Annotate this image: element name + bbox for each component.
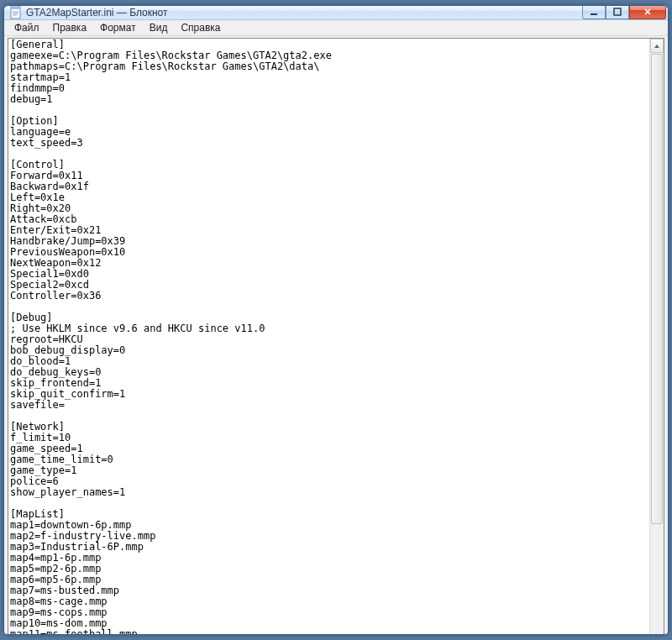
- menu-help[interactable]: Справка: [174, 20, 227, 35]
- app-window: GTA2MapStarter.ini — Блокнот Файл Правка…: [3, 5, 669, 635]
- window-title: GTA2MapStarter.ini — Блокнот: [26, 7, 582, 18]
- menu-bar: Файл Правка Формат Вид Справка: [4, 20, 668, 36]
- maximize-button[interactable]: [606, 5, 629, 19]
- window-controls: [582, 5, 666, 19]
- text-editor[interactable]: [General] gameexe=C:\Program Files\Rocks…: [8, 39, 649, 635]
- svg-rect-5: [591, 13, 597, 15]
- close-button[interactable]: [629, 5, 666, 19]
- scrollbar-thumb[interactable]: [651, 54, 663, 524]
- scroll-up-button[interactable]: [650, 39, 664, 53]
- svg-rect-1: [11, 7, 20, 9]
- menu-file[interactable]: Файл: [8, 20, 46, 35]
- menu-format[interactable]: Формат: [93, 20, 143, 35]
- vertical-scrollbar[interactable]: [649, 39, 664, 635]
- client-area: [General] gameexe=C:\Program Files\Rocks…: [8, 38, 664, 635]
- title-bar[interactable]: GTA2MapStarter.ini — Блокнот: [4, 6, 668, 20]
- notepad-icon: [9, 6, 23, 19]
- menu-edit[interactable]: Правка: [46, 20, 94, 35]
- menu-view[interactable]: Вид: [143, 20, 175, 35]
- svg-rect-6: [614, 8, 621, 15]
- minimize-button[interactable]: [582, 5, 606, 19]
